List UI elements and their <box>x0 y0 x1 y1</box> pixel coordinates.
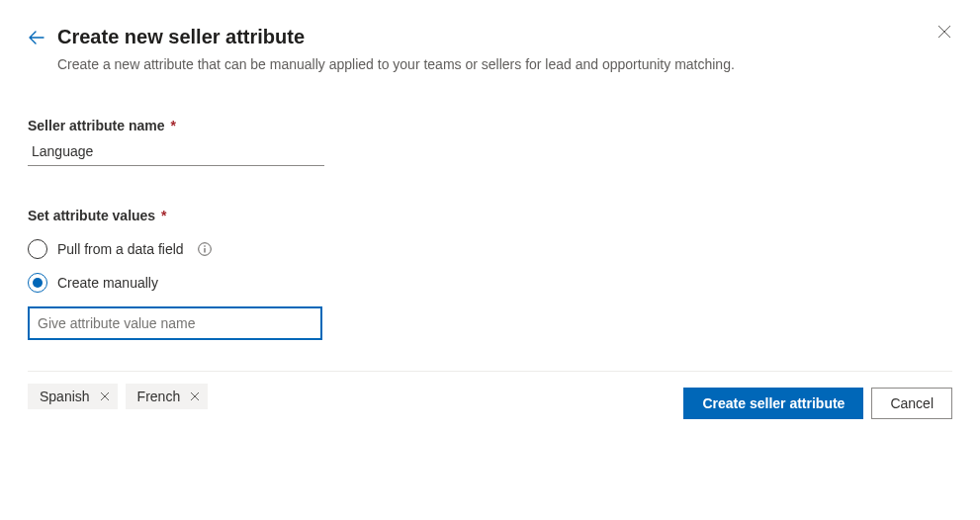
radio-pull-from-field[interactable]: Pull from a data field <box>28 239 952 259</box>
attribute-name-input[interactable] <box>28 137 324 166</box>
radio-selected-dot-icon <box>33 278 43 288</box>
create-attribute-panel: Create new seller attribute Create a new… <box>0 0 980 435</box>
page-title: Create new seller attribute <box>57 26 305 48</box>
radio-create-manually[interactable]: Create manually <box>28 273 952 293</box>
radio-label: Pull from a data field <box>57 241 184 257</box>
radio-icon <box>28 273 47 293</box>
panel-header: Create new seller attribute <box>28 26 952 48</box>
radio-icon <box>28 239 47 259</box>
page-subtitle: Create a new attribute that can be manua… <box>57 56 952 72</box>
attribute-value-input[interactable] <box>28 306 322 340</box>
create-attribute-button[interactable]: Create seller attribute <box>683 388 863 419</box>
attribute-values-label: Set attribute values * <box>28 208 952 223</box>
value-source-radio-group: Pull from a data field Create manually <box>28 239 952 293</box>
radio-label: Create manually <box>57 275 158 291</box>
info-icon[interactable] <box>198 242 212 256</box>
attribute-value-input-wrap <box>28 306 952 340</box>
attribute-name-field: Seller attribute name * <box>28 118 952 166</box>
svg-point-1 <box>204 245 206 247</box>
cancel-button[interactable]: Cancel <box>871 388 952 419</box>
close-icon[interactable] <box>936 24 952 43</box>
back-arrow-icon[interactable] <box>28 29 45 46</box>
attribute-name-label: Seller attribute name * <box>28 118 176 133</box>
panel-footer: Create seller attribute Cancel <box>28 371 952 419</box>
svg-rect-2 <box>204 248 205 253</box>
